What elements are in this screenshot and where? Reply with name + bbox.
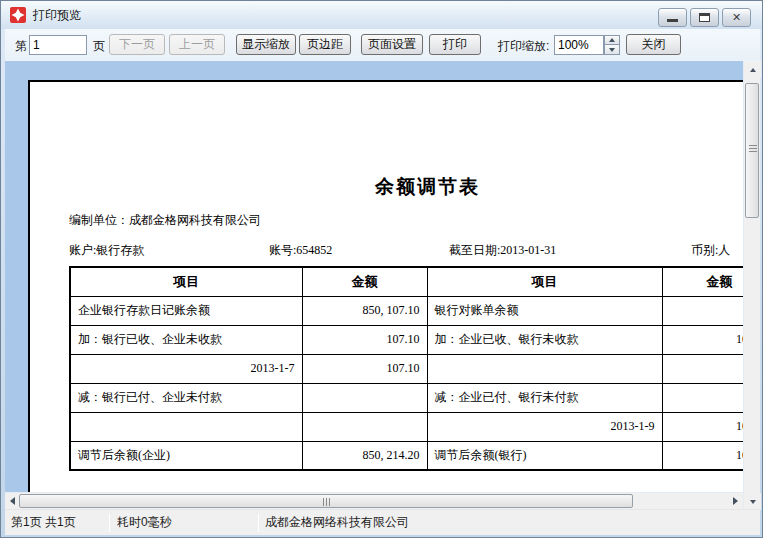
- preview-viewport: 余额调节表 编制单位：成都金格网科技有限公司 账户:银行存款 账号:654852…: [5, 61, 743, 493]
- close-preview-button[interactable]: 关闭: [626, 34, 681, 55]
- table-cell: [427, 354, 662, 383]
- table-cell: 107.10: [662, 412, 743, 441]
- close-button[interactable]: ✕: [722, 8, 751, 27]
- thumb-grip-icon: [749, 148, 757, 149]
- arrow-right-icon: [733, 497, 738, 505]
- reconciliation-table: 项目金额项目金额 企业银行存款日记账余额850, 107.10银行对账单余额 加…: [69, 266, 743, 471]
- toolbar: 第 页 下一页 上一页 显示缩放 页边距 页面设置 打印 打印缩放: 关闭: [5, 29, 760, 60]
- print-preview-window: 打印预览 ✕ 第 页 下一页 上一页 显示缩放 页边距 页面设置 打印 打印缩放…: [0, 0, 763, 538]
- table-row: 2013-1-9107.10: [70, 412, 743, 441]
- status-page-info: 第1页 共1页: [11, 510, 107, 536]
- title-bar[interactable]: 打印预览 ✕: [1, 1, 762, 29]
- window-title: 打印预览: [33, 7, 81, 24]
- table-cell: 107.10: [302, 354, 427, 383]
- close-icon: ✕: [723, 9, 750, 26]
- next-page-button: 下一页: [109, 34, 165, 55]
- table-cell: [302, 412, 427, 441]
- prev-page-button: 上一页: [169, 34, 225, 55]
- page-number-suffix-label: 页: [93, 38, 105, 55]
- prepared-by-line: 编制单位：成都金格网科技有限公司: [69, 212, 261, 229]
- table-cell: [70, 412, 302, 441]
- spinner-down-button[interactable]: [604, 45, 620, 55]
- horizontal-scrollbar[interactable]: [5, 492, 743, 509]
- arrow-up-icon: [750, 68, 756, 72]
- arrow-left-icon: [10, 497, 15, 505]
- table-row: 2013-1-7107.10: [70, 354, 743, 383]
- status-elapsed-time: 耗时0毫秒: [117, 510, 255, 536]
- print-zoom-spinner: [604, 35, 620, 55]
- table-cell: [662, 296, 743, 325]
- print-button[interactable]: 打印: [429, 34, 481, 55]
- thumb-grip-icon: [326, 498, 327, 506]
- table-header-cell: 项目: [427, 267, 662, 296]
- status-bar: 第1页 共1页 耗时0毫秒 成都金格网络科技有限公司: [5, 509, 760, 535]
- table-cell: 2013-1-9: [427, 412, 662, 441]
- status-company-name: 成都金格网络科技有限公司: [265, 510, 745, 536]
- cutoff-date-field: 截至日期:2013-01-31: [449, 242, 691, 259]
- currency-field: 币别:人: [691, 242, 730, 259]
- table-cell: [662, 354, 743, 383]
- maximize-button[interactable]: [690, 8, 719, 27]
- table-row: 调节后余额(企业)850, 214.20调节后余额(银行)107.10: [70, 441, 743, 470]
- arrow-up-icon: [609, 38, 615, 42]
- minimize-button[interactable]: [658, 8, 687, 27]
- vertical-scrollbar[interactable]: [743, 61, 760, 510]
- table-cell: 107.10: [302, 325, 427, 354]
- account-field: 账户:银行存款: [69, 242, 269, 259]
- table-cell: 107.10: [662, 325, 743, 354]
- table-cell: 减：银行已付、企业未付款: [70, 383, 302, 412]
- document-title: 余额调节表: [69, 174, 743, 200]
- maximize-icon: [699, 13, 710, 22]
- table-header-cell: 金额: [662, 267, 743, 296]
- preview-area: 余额调节表 编制单位：成都金格网科技有限公司 账户:银行存款 账号:654852…: [5, 60, 760, 509]
- table-cell: 加：企业已收、银行未收款: [427, 325, 662, 354]
- vertical-scroll-thumb[interactable]: [745, 83, 759, 218]
- table-cell: 107.10: [662, 441, 743, 470]
- page-number-input[interactable]: [29, 35, 87, 55]
- scroll-right-button[interactable]: [728, 493, 743, 509]
- table-cell: 调节后余额(企业): [70, 441, 302, 470]
- arrow-down-icon: [750, 500, 756, 504]
- table-cell: 2013-1-7: [70, 354, 302, 383]
- table-cell: 银行对账单余额: [427, 296, 662, 325]
- page-number-prefix-label: 第: [15, 38, 27, 55]
- show-zoom-button[interactable]: 显示缩放: [236, 34, 296, 55]
- print-zoom-label: 打印缩放:: [498, 38, 549, 55]
- spinner-up-button[interactable]: [604, 35, 620, 45]
- table-cell: 850, 214.20: [302, 441, 427, 470]
- table-cell: 企业银行存款日记账余额: [70, 296, 302, 325]
- horizontal-scroll-thumb[interactable]: [19, 494, 633, 508]
- account-number-field: 账号:654852: [269, 242, 449, 259]
- account-info-line: 账户:银行存款 账号:654852 截至日期:2013-01-31 币别:人: [69, 242, 743, 259]
- table-row: 减：银行已付、企业未付款 减：企业已付、银行未付款: [70, 383, 743, 412]
- page-setup-button[interactable]: 页面设置: [361, 34, 423, 55]
- print-zoom-input[interactable]: [554, 35, 604, 55]
- table-cell: 调节后余额(银行): [427, 441, 662, 470]
- table-header-cell: 项目: [70, 267, 302, 296]
- table-row: 企业银行存款日记账余额850, 107.10银行对账单余额: [70, 296, 743, 325]
- minimize-icon: [667, 19, 678, 22]
- table-cell: 加：银行已收、企业未收款: [70, 325, 302, 354]
- status-separator: [258, 514, 259, 532]
- scroll-down-button[interactable]: [744, 493, 761, 510]
- table-row: 加：银行已收、企业未收款107.10加：企业已收、银行未收款107.10: [70, 325, 743, 354]
- status-separator: [109, 514, 110, 532]
- table-header-cell: 金额: [302, 267, 427, 296]
- table-cell: 减：企业已付、银行未付款: [427, 383, 662, 412]
- document-page: 余额调节表 编制单位：成都金格网科技有限公司 账户:银行存款 账号:654852…: [28, 80, 743, 493]
- scroll-up-button[interactable]: [744, 61, 761, 78]
- table-cell: [662, 383, 743, 412]
- app-icon: [10, 7, 26, 23]
- table-cell: 850, 107.10: [302, 296, 427, 325]
- scroll-left-button[interactable]: [5, 493, 20, 509]
- arrow-down-icon: [609, 48, 615, 52]
- table-header-row: 项目金额项目金额: [70, 267, 743, 296]
- table-cell: [302, 383, 427, 412]
- page-margin-button[interactable]: 页边距: [299, 34, 351, 55]
